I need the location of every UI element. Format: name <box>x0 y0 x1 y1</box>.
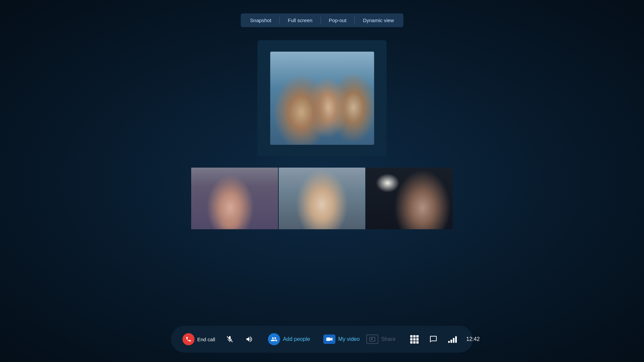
volume-svg <box>246 336 253 343</box>
grid-dot-4 <box>410 338 413 341</box>
phone-end-svg <box>185 336 192 342</box>
end-call-button[interactable]: End call <box>179 331 218 347</box>
thumbnail-2[interactable] <box>279 168 366 229</box>
mute-button[interactable] <box>221 332 238 347</box>
thumbnail-1[interactable] <box>191 168 278 229</box>
svg-marker-2 <box>331 338 333 341</box>
main-video-container <box>258 40 387 156</box>
my-video-section: My video <box>320 333 363 346</box>
bottom-bar: End call <box>171 326 473 353</box>
svg-rect-1 <box>326 338 331 341</box>
grid-dot-5 <box>413 338 416 341</box>
svg-rect-4 <box>371 338 373 340</box>
share-svg <box>369 337 375 342</box>
share-label: Share <box>381 336 395 342</box>
signal-bar-4 <box>455 336 457 343</box>
add-people-svg <box>271 336 277 343</box>
toolbar-divider-2 <box>320 17 321 24</box>
dialpad-icon <box>410 335 419 344</box>
add-people-section: Add people <box>265 331 313 347</box>
chat-icon <box>428 334 439 345</box>
mute-icon <box>224 334 235 345</box>
signal-bars-icon <box>448 336 457 343</box>
thumbnails-row <box>191 168 453 229</box>
my-video-icon <box>323 335 335 344</box>
signal-bar-2 <box>450 340 452 343</box>
dialpad-button[interactable] <box>406 333 423 346</box>
snapshot-button[interactable]: Snapshot <box>244 15 277 25</box>
end-call-icon <box>182 333 195 345</box>
volume-icon <box>244 334 255 345</box>
share-button[interactable]: Share <box>363 333 399 346</box>
signal-bar-1 <box>448 341 450 343</box>
share-section: Share <box>363 333 399 346</box>
grid-dot-1 <box>410 335 413 338</box>
dynamic-view-button[interactable]: Dynamic view <box>357 15 400 25</box>
grid-dot-9 <box>416 341 419 344</box>
volume-button[interactable] <box>240 332 258 347</box>
time-label: 12:42 <box>466 336 480 342</box>
popout-button[interactable]: Pop-out <box>323 15 353 25</box>
add-people-icon <box>268 333 280 345</box>
chat-svg <box>429 335 437 343</box>
camera-svg <box>326 337 333 342</box>
my-video-label: My video <box>338 336 360 342</box>
grid-dot-6 <box>416 338 419 341</box>
fullscreen-button[interactable]: Full screen <box>282 15 318 25</box>
add-people-button[interactable]: Add people <box>265 331 313 347</box>
main-video <box>270 52 374 145</box>
signal-button[interactable] <box>443 334 462 345</box>
grid-dot-8 <box>413 341 416 344</box>
end-call-section: End call <box>179 331 218 347</box>
toolbar-divider-3 <box>355 17 355 24</box>
mic-svg <box>226 336 233 343</box>
grid-dot-7 <box>410 341 413 344</box>
audio-controls-section <box>221 332 258 347</box>
signal-bar-3 <box>453 338 454 343</box>
grid-dot-3 <box>416 335 419 338</box>
my-video-button[interactable]: My video <box>320 333 363 346</box>
share-icon <box>366 335 378 344</box>
chat-button[interactable] <box>423 332 443 347</box>
grid-dot-2 <box>413 335 416 338</box>
end-call-label: End call <box>197 337 215 342</box>
time-display: 12:42 <box>462 334 483 344</box>
top-toolbar: Snapshot Full screen Pop-out Dynamic vie… <box>241 13 404 27</box>
toolbar-divider-1 <box>279 17 280 24</box>
add-people-label: Add people <box>283 336 310 342</box>
thumbnail-3[interactable] <box>366 168 453 229</box>
